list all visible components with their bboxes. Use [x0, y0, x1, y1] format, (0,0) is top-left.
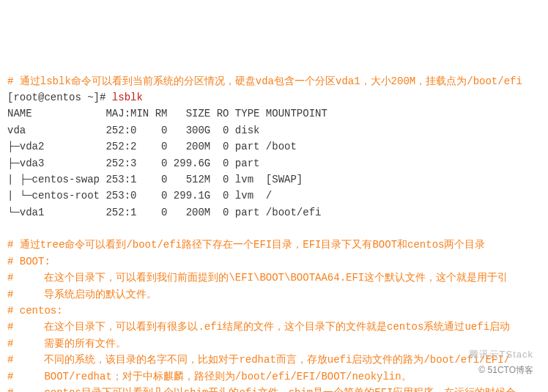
comment-centos-line1: # 在这个目录下，可以看到有很多以.efi结尾的文件，这个目录下的文件就是cen…: [7, 321, 510, 333]
comment-tree-intro: # 通过tree命令可以看到/boot/efi路径下存在一个EFI目录，EFI目…: [7, 239, 485, 251]
watermark-tstack: 腾讯云TStack: [469, 347, 533, 363]
lsblk-row-centos-swap: | ├─centos-swap 253:1 0 512M 0 lvm [SWAP…: [7, 174, 303, 185]
comment-boot-header: # BOOT:: [7, 256, 51, 267]
lsblk-row-vda: vda 252:0 0 300G 0 disk: [7, 125, 259, 136]
comment-lsblk: # 通过lsblk命令可以看到当前系统的分区情况，硬盘vda包含一个分区vda1…: [7, 75, 522, 87]
prompt-1: [root@centos ~]#: [7, 92, 112, 103]
comment-boot-line2: # 导系统启动的默认文件。: [7, 289, 157, 300]
brand-51cto: © 51CTO博客: [478, 363, 533, 377]
comment-centos-line4: # BOOT/redhat；对于中标麒麟，路径则为/boot/efi/EFI/B…: [7, 371, 412, 382]
lsblk-row-vda3: ├─vda3 252:3 0 299.6G 0 part: [7, 158, 259, 169]
comment-centos-line3: # 不同的系统，该目录的名字不同，比如对于redhat而言，存放uefi启动文件…: [7, 354, 510, 366]
cmd-lsblk: lsblk: [112, 92, 143, 103]
comment-boot-line1: # 在这个目录下，可以看到我们前面提到的\EFI\BOOT\BOOTAA64.E…: [7, 272, 508, 284]
lsblk-row-vda2: ├─vda2 252:2 0 200M 0 part /boot: [7, 141, 297, 152]
lsblk-row-centos-root: | └─centos-root 253:0 0 299.1G 0 lvm /: [7, 190, 272, 201]
comment-centos-line2: # 需要的所有文件。: [7, 338, 126, 350]
lsblk-header: NAME MAJ:MIN RM SIZE RO TYPE MOUNTPOINT: [7, 108, 327, 119]
lsblk-row-vda1: └─vda1 252:1 0 200M 0 part /boot/efi: [7, 207, 321, 218]
comment-centos-line5: # centos目录下可以看到几个以shim开头的efi文件，shim是一个简单…: [7, 387, 516, 392]
comment-centos-header: # centos:: [7, 305, 63, 317]
